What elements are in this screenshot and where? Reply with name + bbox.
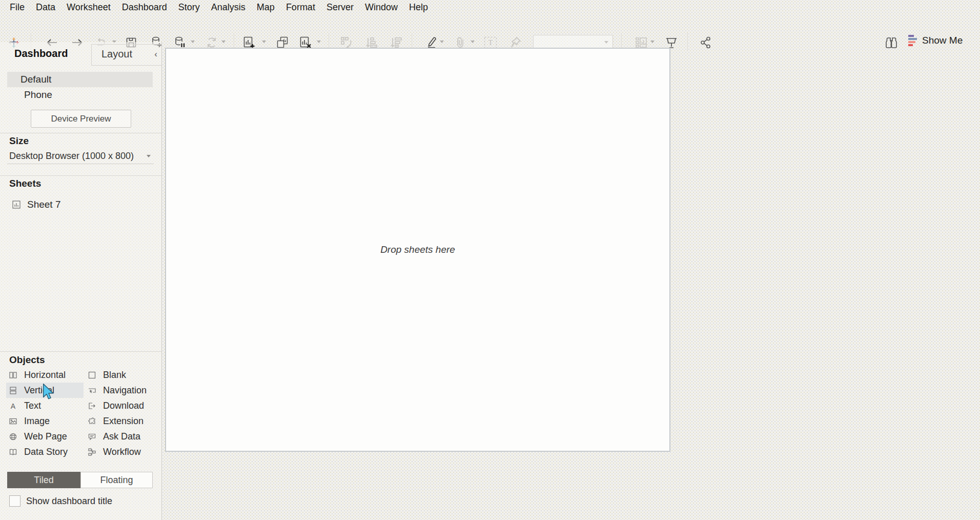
binoculars-icon [885, 36, 898, 49]
blank-object-icon [88, 371, 96, 379]
toolbar: T [0, 14, 980, 43]
objects-grid: Horizontal Blank Vertical [6, 367, 158, 459]
highlight-dropdown-caret-icon[interactable] [440, 41, 444, 43]
dashboard-canvas-dropzone[interactable]: Drop sheets here [165, 48, 670, 452]
device-preview-button[interactable]: Device Preview [31, 110, 131, 128]
data-story-icon [9, 448, 17, 456]
object-item-vertical[interactable]: Vertical [6, 383, 84, 398]
show-dashboard-title-label: Show dashboard title [26, 496, 112, 507]
show-hide-cards-icon [635, 37, 647, 48]
dashboard-pane: Dashboard Layout ‹ Default Phone Device … [0, 42, 162, 520]
object-label: Workflow [103, 447, 141, 457]
object-item-image[interactable]: Image [6, 413, 84, 429]
device-item-phone[interactable]: Phone [7, 87, 153, 103]
object-item-extension[interactable]: Extension [84, 413, 158, 429]
tableau-desktop-window: { "menu": { "items": ["File","Data","Wor… [0, 0, 980, 520]
find-button[interactable] [885, 36, 898, 49]
object-label: Ask Data [103, 431, 140, 442]
paperclip-dropdown-caret-icon[interactable] [471, 41, 475, 43]
fit-dropdown-caret-icon[interactable] [604, 41, 608, 44]
size-section-header: Size [9, 135, 29, 147]
vertical-container-icon [9, 387, 17, 394]
pane-tabbar: Dashboard Layout ‹ [0, 42, 161, 66]
toolbar-separator [687, 33, 688, 51]
tab-layout-box: Layout ‹ [91, 44, 161, 66]
size-dropdown[interactable]: Desktop Browser (1000 x 800) [9, 151, 134, 162]
menu-format[interactable]: Format [280, 0, 321, 14]
horizontal-container-icon [9, 371, 17, 379]
object-item-navigation[interactable]: Navigation [84, 383, 158, 398]
show-dashboard-title-checkbox[interactable] [9, 495, 21, 507]
size-dropdown-caret-icon[interactable] [147, 155, 151, 157]
refresh-data-icon [206, 37, 217, 48]
menu-analysis[interactable]: Analysis [206, 0, 251, 14]
menu-story[interactable]: Story [173, 0, 206, 14]
object-label: Text [24, 401, 41, 411]
object-item-ask-data[interactable]: Ask Data [84, 429, 158, 444]
new-worksheet-icon [243, 36, 256, 49]
object-item-download[interactable]: Download [84, 398, 158, 413]
object-item-workflow[interactable]: Workflow [84, 444, 158, 459]
text-label-icon: T [484, 36, 497, 49]
pause-updates-dropdown-caret-icon[interactable] [191, 41, 195, 43]
sheet-list-item[interactable]: Sheet 7 [7, 197, 153, 212]
show-dashboard-title-row: Show dashboard title [9, 495, 112, 507]
menu-bar: File Data Worksheet Dashboard Story Anal… [0, 0, 980, 14]
menu-server[interactable]: Server [321, 0, 359, 14]
refresh-dropdown-caret-icon[interactable] [221, 41, 226, 43]
size-dropdown-underline [7, 164, 154, 164]
download-object-icon [88, 402, 96, 410]
workflow-icon [88, 448, 96, 456]
section-divider [0, 351, 161, 352]
device-item-default[interactable]: Default [7, 72, 153, 87]
menu-worksheet[interactable]: Worksheet [61, 0, 116, 14]
swap-rows-columns-icon [340, 36, 353, 49]
section-divider [0, 133, 161, 133]
svg-text:T: T [488, 39, 493, 47]
tiled-button[interactable]: Tiled [7, 472, 80, 488]
object-item-blank[interactable]: Blank [84, 367, 158, 383]
object-item-web-page[interactable]: Web Page [6, 429, 84, 444]
show-me-button[interactable]: Show Me [908, 35, 963, 46]
sort-ascending-icon [365, 36, 377, 49]
text-object-icon: A [9, 402, 17, 410]
presentation-mode-icon [665, 36, 678, 49]
worksheet-icon [12, 201, 21, 209]
object-label: Blank [103, 370, 126, 381]
floating-button[interactable]: Floating [80, 472, 153, 488]
menu-window[interactable]: Window [359, 0, 403, 14]
object-item-horizontal[interactable]: Horizontal [6, 367, 84, 383]
new-sheet-dropdown-caret-icon[interactable] [262, 41, 266, 43]
object-item-data-story[interactable]: Data Story [6, 444, 84, 459]
object-label: Horizontal [24, 370, 66, 381]
collapse-pane-chevron-icon[interactable]: ‹ [154, 49, 157, 59]
pause-auto-updates-icon [174, 36, 186, 49]
share-button[interactable] [699, 36, 712, 49]
paperclip-icon [456, 36, 466, 49]
object-label: Download [103, 401, 144, 411]
sheets-section-header: Sheets [9, 178, 41, 189]
web-page-icon [9, 433, 17, 441]
object-label: Extension [103, 416, 144, 427]
ask-data-icon [88, 433, 96, 441]
menu-dashboard[interactable]: Dashboard [116, 0, 173, 14]
section-divider [0, 175, 161, 176]
object-label: Web Page [24, 431, 67, 442]
cards-dropdown-caret-icon[interactable] [650, 41, 655, 43]
show-me-label: Show Me [922, 35, 963, 46]
menu-map[interactable]: Map [251, 0, 280, 14]
tab-dashboard[interactable]: Dashboard [14, 48, 68, 59]
object-label: Image [24, 416, 50, 427]
menu-help[interactable]: Help [403, 0, 434, 14]
object-label: Navigation [103, 385, 147, 396]
menu-data[interactable]: Data [30, 0, 61, 14]
sheet-label: Sheet 7 [27, 199, 61, 210]
object-label: Data Story [24, 447, 68, 457]
menu-file[interactable]: File [4, 0, 30, 14]
share-icon [700, 36, 711, 49]
image-object-icon [9, 417, 17, 425]
tab-layout[interactable]: Layout [101, 48, 132, 60]
sort-descending-icon [390, 36, 402, 49]
object-item-text[interactable]: A Text [6, 398, 84, 413]
clear-dropdown-caret-icon[interactable] [317, 41, 321, 43]
